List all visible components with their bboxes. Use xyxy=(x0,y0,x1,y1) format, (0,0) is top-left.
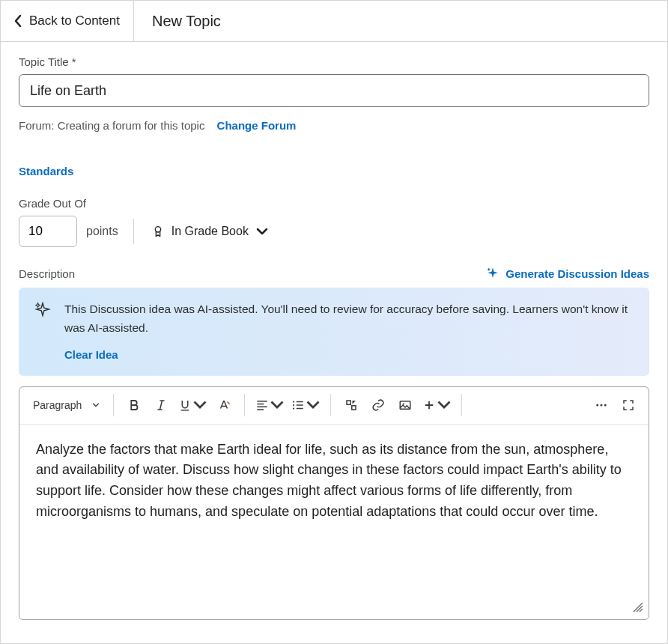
svg-point-7 xyxy=(601,404,603,407)
grade-label: Grade Out Of xyxy=(19,197,649,210)
topic-title-label: Topic Title * xyxy=(19,55,649,68)
toolbar-separator xyxy=(244,394,245,416)
list-icon xyxy=(291,398,305,412)
back-label: Back to Content xyxy=(29,13,120,28)
underline-icon xyxy=(178,398,192,412)
italic-button[interactable] xyxy=(148,392,174,418)
svg-point-2 xyxy=(293,404,294,406)
resize-icon xyxy=(632,601,644,613)
grade-group: Grade Out Of points In Grade Book xyxy=(19,197,649,247)
insert-stuff-button[interactable] xyxy=(338,392,364,418)
chevron-down-icon xyxy=(256,225,268,237)
gradebook-dropdown[interactable]: In Grade Book xyxy=(149,220,271,243)
text-color-button[interactable] xyxy=(211,392,237,418)
chevron-down-icon xyxy=(92,403,100,407)
link-icon xyxy=(371,398,385,412)
insert-stuff-icon xyxy=(344,398,358,412)
italic-icon xyxy=(154,398,168,412)
points-label: points xyxy=(86,225,118,238)
plus-icon xyxy=(422,398,436,412)
insert-more-button[interactable] xyxy=(419,392,454,418)
svg-point-1 xyxy=(293,401,294,402)
svg-point-8 xyxy=(604,404,607,407)
rich-text-editor: Paragraph xyxy=(19,386,649,620)
fullscreen-button[interactable] xyxy=(616,392,641,418)
sparkle-icon xyxy=(34,302,51,362)
gradebook-label: In Grade Book xyxy=(171,225,249,238)
svg-point-3 xyxy=(293,407,294,409)
back-button[interactable]: Back to Content xyxy=(1,1,134,41)
description-label: Description xyxy=(19,267,75,280)
chevron-left-icon xyxy=(14,15,22,27)
insert-image-button[interactable] xyxy=(392,392,418,418)
chevron-down-icon xyxy=(306,398,320,412)
svg-point-6 xyxy=(596,404,598,407)
chevron-down-icon xyxy=(270,398,284,412)
editor-body[interactable]: Analyze the factors that make Earth idea… xyxy=(19,425,649,619)
bold-button[interactable] xyxy=(121,392,147,418)
ribbon-icon xyxy=(152,225,164,237)
fullscreen-icon xyxy=(622,398,635,412)
underline-button[interactable] xyxy=(175,392,210,418)
forum-line: Forum: Creating a forum for this topic C… xyxy=(19,119,649,132)
page-title: New Topic xyxy=(134,1,239,41)
list-button[interactable] xyxy=(288,392,323,418)
topic-title-group: Topic Title * Forum: Creating a forum fo… xyxy=(19,55,649,132)
ai-banner-message: This Discussion idea was AI-assisted. Yo… xyxy=(64,300,634,338)
ai-banner-body: This Discussion idea was AI-assisted. Yo… xyxy=(64,300,634,362)
generate-ideas-label: Generate Discussion Ideas xyxy=(505,267,649,280)
paragraph-style-label: Paragraph xyxy=(33,399,82,411)
bold-icon xyxy=(127,398,141,412)
image-icon xyxy=(398,398,412,412)
content-area: Topic Title * Forum: Creating a forum fo… xyxy=(1,42,667,643)
topic-title-input[interactable] xyxy=(19,74,649,107)
editor-toolbar: Paragraph xyxy=(19,387,649,425)
resize-handle[interactable] xyxy=(632,601,644,616)
standards-link[interactable]: Standards xyxy=(19,165,73,177)
description-header: Description Generate Discussion Ideas xyxy=(19,267,649,280)
clear-idea-link[interactable]: Clear Idea xyxy=(64,348,118,361)
divider xyxy=(133,219,134,244)
top-bar: Back to Content New Topic xyxy=(1,1,667,42)
align-button[interactable] xyxy=(252,392,287,418)
grade-input[interactable] xyxy=(19,216,77,247)
chevron-down-icon xyxy=(437,398,451,412)
more-options-button[interactable] xyxy=(589,392,614,418)
ai-assist-banner: This Discussion idea was AI-assisted. Yo… xyxy=(19,288,649,376)
paragraph-style-dropdown[interactable]: Paragraph xyxy=(27,392,106,418)
toolbar-separator xyxy=(461,394,462,416)
ellipsis-icon xyxy=(595,398,608,412)
toolbar-separator xyxy=(330,394,331,416)
page-root: Back to Content New Topic Topic Title * … xyxy=(0,0,668,644)
forum-text: Forum: Creating a forum for this topic xyxy=(19,119,204,132)
sparkle-icon xyxy=(486,267,500,280)
align-left-icon xyxy=(255,398,269,412)
text-color-icon xyxy=(217,398,231,412)
insert-link-button[interactable] xyxy=(365,392,391,418)
svg-point-0 xyxy=(155,227,160,232)
chevron-down-icon xyxy=(193,398,207,412)
toolbar-separator xyxy=(113,394,114,416)
change-forum-link[interactable]: Change Forum xyxy=(217,119,297,132)
generate-ideas-link[interactable]: Generate Discussion Ideas xyxy=(486,267,649,280)
grade-row: points In Grade Book xyxy=(19,216,649,247)
